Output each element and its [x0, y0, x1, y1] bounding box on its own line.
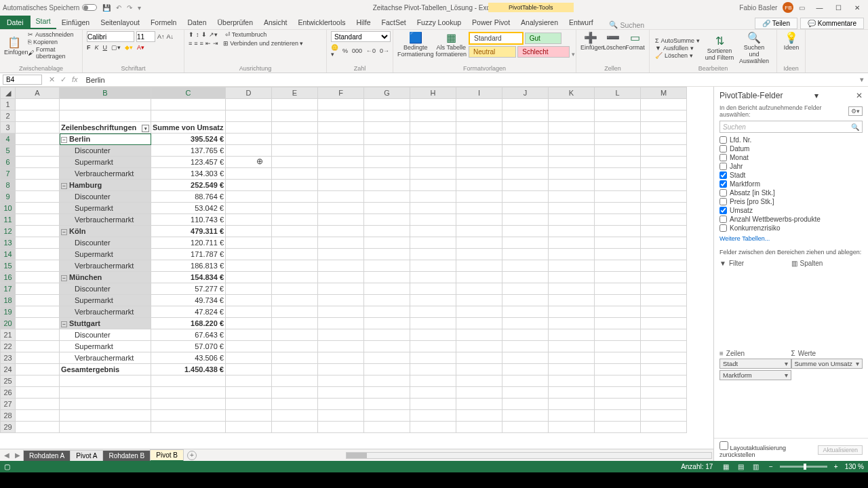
cell-G25[interactable]	[364, 375, 410, 387]
cell-L18[interactable]	[595, 295, 641, 306]
cell-E15[interactable]	[272, 260, 318, 272]
border-button[interactable]: ▢▾	[111, 44, 121, 51]
cell-L6[interactable]	[595, 157, 641, 168]
cell-L12[interactable]	[595, 226, 641, 237]
row-header-7[interactable]: 7	[1, 168, 16, 180]
tab-formeln[interactable]: Formeln	[145, 16, 182, 29]
cell-L26[interactable]	[595, 387, 641, 399]
cell-K12[interactable]	[549, 226, 595, 237]
field-checkbox[interactable]	[719, 224, 727, 232]
cell-L3[interactable]	[595, 122, 641, 134]
cell-M12[interactable]	[641, 226, 687, 237]
cell-E6[interactable]	[272, 157, 318, 168]
cell-H2[interactable]	[410, 110, 456, 122]
cell-G13[interactable]	[364, 237, 410, 249]
cell-C23[interactable]: 43.506 €	[151, 352, 226, 364]
cell-L21[interactable]	[595, 329, 641, 341]
cell-E8[interactable]	[272, 180, 318, 191]
cell-A22[interactable]	[16, 341, 60, 352]
cell-I2[interactable]	[456, 110, 502, 122]
field-item[interactable]: Preis [pro Stk.]	[719, 197, 863, 206]
cell-A29[interactable]	[16, 422, 60, 433]
cell-C12[interactable]: 479.311 €	[151, 226, 226, 237]
save-icon[interactable]: 💾	[102, 4, 111, 12]
field-checkbox[interactable]	[719, 189, 727, 197]
cell-L14[interactable]	[595, 249, 641, 260]
cell-C25[interactable]	[151, 375, 226, 387]
cell-I6[interactable]	[456, 157, 502, 168]
cell-H21[interactable]	[410, 329, 456, 341]
cell-J29[interactable]	[502, 422, 549, 433]
collapse-icon[interactable]: −	[61, 137, 67, 143]
cell-M29[interactable]	[641, 422, 687, 433]
cell-A25[interactable]	[16, 375, 60, 387]
cell-K6[interactable]	[549, 157, 595, 168]
cell-D15[interactable]	[226, 260, 272, 272]
cell-L5[interactable]	[595, 145, 641, 157]
col-header-G[interactable]: G	[364, 87, 410, 99]
row-header-23[interactable]: 23	[1, 352, 16, 364]
cell-L22[interactable]	[595, 341, 641, 352]
cell-H15[interactable]	[410, 260, 456, 272]
field-checkbox[interactable]	[719, 145, 727, 152]
cell-D5[interactable]	[226, 145, 272, 157]
cell-F26[interactable]	[318, 387, 364, 399]
cell-I11[interactable]	[456, 214, 502, 226]
cell-I9[interactable]	[456, 191, 502, 203]
cell-J24[interactable]	[502, 364, 549, 375]
cell-H12[interactable]	[410, 226, 456, 237]
cell-D21[interactable]	[226, 329, 272, 341]
cell-K14[interactable]	[549, 249, 595, 260]
redo-icon[interactable]: ↷	[127, 4, 132, 12]
update-button[interactable]: Aktualisieren	[818, 445, 863, 455]
cell-F25[interactable]	[318, 375, 364, 387]
cell-H4[interactable]	[410, 134, 456, 145]
cell-E5[interactable]	[272, 145, 318, 157]
row-header-27[interactable]: 27	[1, 399, 16, 410]
clear-button[interactable]: 🧹 Löschen ▾	[654, 52, 701, 59]
select-all-cell[interactable]: ◢	[1, 87, 16, 99]
cell-B2[interactable]	[60, 110, 151, 122]
cell-F27[interactable]	[318, 399, 364, 410]
row-header-1[interactable]: 1	[1, 99, 16, 110]
cell-E18[interactable]	[272, 295, 318, 306]
cell-C2[interactable]	[151, 110, 226, 122]
cell-G7[interactable]	[364, 168, 410, 180]
row-header-2[interactable]: 2	[1, 110, 16, 122]
cell-M4[interactable]	[641, 134, 687, 145]
fx-icon[interactable]: fx	[72, 75, 78, 84]
field-item[interactable]: Lfd. Nr.	[719, 136, 863, 144]
cell-C8[interactable]: 252.549 €	[151, 180, 226, 191]
collapse-icon[interactable]: −	[61, 321, 67, 327]
cell-B14[interactable]: Supermarkt	[60, 249, 151, 260]
cell-I24[interactable]	[456, 364, 502, 375]
cell-K2[interactable]	[549, 110, 595, 122]
cell-D20[interactable]	[226, 318, 272, 329]
view-normal-icon[interactable]: ▦	[719, 463, 732, 470]
cell-I25[interactable]	[456, 375, 502, 387]
cell-L16[interactable]	[595, 272, 641, 283]
cell-F21[interactable]	[318, 329, 364, 341]
row-filter-icon[interactable]: ▾	[142, 125, 149, 132]
cell-C18[interactable]: 49.734 €	[151, 295, 226, 306]
cell-I4[interactable]	[456, 134, 502, 145]
cell-H24[interactable]	[410, 364, 456, 375]
cell-C4[interactable]: 395.524 €	[151, 134, 226, 145]
cell-B5[interactable]: Discounter	[60, 145, 151, 157]
tab-einfuegen[interactable]: Einfügen	[56, 16, 95, 29]
cell-M22[interactable]	[641, 341, 687, 352]
fx-confirm-icon[interactable]: ✓	[60, 75, 66, 84]
cell-J27[interactable]	[502, 399, 549, 410]
cell-L29[interactable]	[595, 422, 641, 433]
cell-F20[interactable]	[318, 318, 364, 329]
close-icon[interactable]: ✕	[849, 4, 865, 12]
font-color-button[interactable]: A▾	[137, 44, 144, 51]
cell-M26[interactable]	[641, 387, 687, 399]
cell-J1[interactable]	[502, 99, 549, 110]
cell-C1[interactable]	[151, 99, 226, 110]
tab-ansicht[interactable]: Ansicht	[258, 16, 292, 29]
cell-H22[interactable]	[410, 341, 456, 352]
cell-F9[interactable]	[318, 191, 364, 203]
cell-J2[interactable]	[502, 110, 549, 122]
cell-I19[interactable]	[456, 306, 502, 318]
